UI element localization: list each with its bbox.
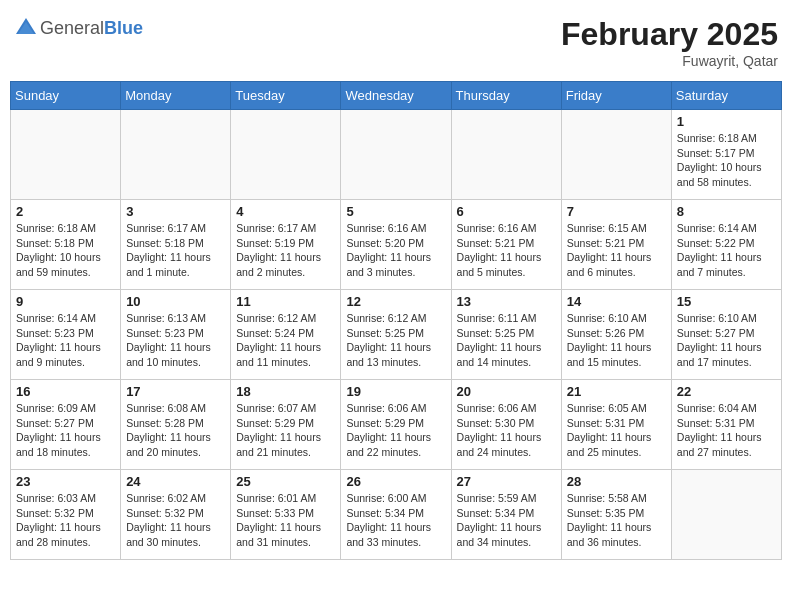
calendar-cell: 9Sunrise: 6:14 AM Sunset: 5:23 PM Daylig… xyxy=(11,290,121,380)
day-info: Sunrise: 6:14 AM Sunset: 5:22 PM Dayligh… xyxy=(677,221,776,280)
day-info: Sunrise: 5:58 AM Sunset: 5:35 PM Dayligh… xyxy=(567,491,666,550)
calendar-cell: 25Sunrise: 6:01 AM Sunset: 5:33 PM Dayli… xyxy=(231,470,341,560)
day-info: Sunrise: 6:06 AM Sunset: 5:30 PM Dayligh… xyxy=(457,401,556,460)
calendar-cell xyxy=(561,110,671,200)
calendar-table: SundayMondayTuesdayWednesdayThursdayFrid… xyxy=(10,81,782,560)
calendar-cell: 21Sunrise: 6:05 AM Sunset: 5:31 PM Dayli… xyxy=(561,380,671,470)
day-info: Sunrise: 6:17 AM Sunset: 5:18 PM Dayligh… xyxy=(126,221,225,280)
day-number: 19 xyxy=(346,384,445,399)
day-number: 14 xyxy=(567,294,666,309)
day-number: 5 xyxy=(346,204,445,219)
calendar-cell: 8Sunrise: 6:14 AM Sunset: 5:22 PM Daylig… xyxy=(671,200,781,290)
calendar-week-row: 2Sunrise: 6:18 AM Sunset: 5:18 PM Daylig… xyxy=(11,200,782,290)
calendar-week-row: 16Sunrise: 6:09 AM Sunset: 5:27 PM Dayli… xyxy=(11,380,782,470)
calendar-cell xyxy=(341,110,451,200)
day-info: Sunrise: 6:09 AM Sunset: 5:27 PM Dayligh… xyxy=(16,401,115,460)
calendar-cell: 19Sunrise: 6:06 AM Sunset: 5:29 PM Dayli… xyxy=(341,380,451,470)
calendar-cell: 7Sunrise: 6:15 AM Sunset: 5:21 PM Daylig… xyxy=(561,200,671,290)
month-title: February 2025 xyxy=(561,16,778,53)
weekday-header: Tuesday xyxy=(231,82,341,110)
calendar-cell: 26Sunrise: 6:00 AM Sunset: 5:34 PM Dayli… xyxy=(341,470,451,560)
day-info: Sunrise: 6:18 AM Sunset: 5:18 PM Dayligh… xyxy=(16,221,115,280)
calendar-cell: 28Sunrise: 5:58 AM Sunset: 5:35 PM Dayli… xyxy=(561,470,671,560)
logo-icon xyxy=(14,16,38,40)
day-number: 10 xyxy=(126,294,225,309)
day-number: 20 xyxy=(457,384,556,399)
day-number: 4 xyxy=(236,204,335,219)
calendar-cell xyxy=(231,110,341,200)
day-info: Sunrise: 6:14 AM Sunset: 5:23 PM Dayligh… xyxy=(16,311,115,370)
day-number: 25 xyxy=(236,474,335,489)
day-number: 11 xyxy=(236,294,335,309)
calendar-cell: 23Sunrise: 6:03 AM Sunset: 5:32 PM Dayli… xyxy=(11,470,121,560)
day-info: Sunrise: 6:10 AM Sunset: 5:26 PM Dayligh… xyxy=(567,311,666,370)
day-number: 7 xyxy=(567,204,666,219)
day-info: Sunrise: 6:10 AM Sunset: 5:27 PM Dayligh… xyxy=(677,311,776,370)
calendar-cell: 16Sunrise: 6:09 AM Sunset: 5:27 PM Dayli… xyxy=(11,380,121,470)
day-info: Sunrise: 6:01 AM Sunset: 5:33 PM Dayligh… xyxy=(236,491,335,550)
day-info: Sunrise: 6:16 AM Sunset: 5:21 PM Dayligh… xyxy=(457,221,556,280)
calendar-cell: 6Sunrise: 6:16 AM Sunset: 5:21 PM Daylig… xyxy=(451,200,561,290)
calendar-cell: 5Sunrise: 6:16 AM Sunset: 5:20 PM Daylig… xyxy=(341,200,451,290)
calendar-cell: 22Sunrise: 6:04 AM Sunset: 5:31 PM Dayli… xyxy=(671,380,781,470)
day-number: 16 xyxy=(16,384,115,399)
day-number: 9 xyxy=(16,294,115,309)
calendar-cell xyxy=(121,110,231,200)
day-number: 3 xyxy=(126,204,225,219)
day-number: 12 xyxy=(346,294,445,309)
weekday-header: Wednesday xyxy=(341,82,451,110)
day-number: 6 xyxy=(457,204,556,219)
day-info: Sunrise: 6:12 AM Sunset: 5:24 PM Dayligh… xyxy=(236,311,335,370)
day-info: Sunrise: 6:03 AM Sunset: 5:32 PM Dayligh… xyxy=(16,491,115,550)
calendar-cell xyxy=(11,110,121,200)
weekday-header: Monday xyxy=(121,82,231,110)
day-number: 8 xyxy=(677,204,776,219)
day-number: 26 xyxy=(346,474,445,489)
calendar-cell: 14Sunrise: 6:10 AM Sunset: 5:26 PM Dayli… xyxy=(561,290,671,380)
day-info: Sunrise: 6:05 AM Sunset: 5:31 PM Dayligh… xyxy=(567,401,666,460)
page-header: GeneralBlue February 2025 Fuwayrit, Qata… xyxy=(10,10,782,75)
day-number: 21 xyxy=(567,384,666,399)
location: Fuwayrit, Qatar xyxy=(561,53,778,69)
calendar-cell: 1Sunrise: 6:18 AM Sunset: 5:17 PM Daylig… xyxy=(671,110,781,200)
calendar-week-row: 1Sunrise: 6:18 AM Sunset: 5:17 PM Daylig… xyxy=(11,110,782,200)
calendar-cell: 12Sunrise: 6:12 AM Sunset: 5:25 PM Dayli… xyxy=(341,290,451,380)
day-number: 22 xyxy=(677,384,776,399)
day-number: 23 xyxy=(16,474,115,489)
calendar-cell: 13Sunrise: 6:11 AM Sunset: 5:25 PM Dayli… xyxy=(451,290,561,380)
logo: GeneralBlue xyxy=(14,16,143,40)
day-info: Sunrise: 6:00 AM Sunset: 5:34 PM Dayligh… xyxy=(346,491,445,550)
day-info: Sunrise: 6:08 AM Sunset: 5:28 PM Dayligh… xyxy=(126,401,225,460)
day-info: Sunrise: 6:07 AM Sunset: 5:29 PM Dayligh… xyxy=(236,401,335,460)
weekday-header: Sunday xyxy=(11,82,121,110)
calendar-header: SundayMondayTuesdayWednesdayThursdayFrid… xyxy=(11,82,782,110)
day-info: Sunrise: 6:04 AM Sunset: 5:31 PM Dayligh… xyxy=(677,401,776,460)
calendar-cell: 27Sunrise: 5:59 AM Sunset: 5:34 PM Dayli… xyxy=(451,470,561,560)
calendar-cell: 4Sunrise: 6:17 AM Sunset: 5:19 PM Daylig… xyxy=(231,200,341,290)
calendar-week-row: 9Sunrise: 6:14 AM Sunset: 5:23 PM Daylig… xyxy=(11,290,782,380)
calendar-cell: 10Sunrise: 6:13 AM Sunset: 5:23 PM Dayli… xyxy=(121,290,231,380)
day-number: 13 xyxy=(457,294,556,309)
calendar-cell: 2Sunrise: 6:18 AM Sunset: 5:18 PM Daylig… xyxy=(11,200,121,290)
day-info: Sunrise: 6:06 AM Sunset: 5:29 PM Dayligh… xyxy=(346,401,445,460)
day-info: Sunrise: 6:16 AM Sunset: 5:20 PM Dayligh… xyxy=(346,221,445,280)
calendar-cell xyxy=(671,470,781,560)
day-number: 24 xyxy=(126,474,225,489)
day-info: Sunrise: 6:12 AM Sunset: 5:25 PM Dayligh… xyxy=(346,311,445,370)
title-area: February 2025 Fuwayrit, Qatar xyxy=(561,16,778,69)
calendar-cell: 20Sunrise: 6:06 AM Sunset: 5:30 PM Dayli… xyxy=(451,380,561,470)
day-number: 27 xyxy=(457,474,556,489)
weekday-header: Saturday xyxy=(671,82,781,110)
calendar-body: 1Sunrise: 6:18 AM Sunset: 5:17 PM Daylig… xyxy=(11,110,782,560)
weekday-row: SundayMondayTuesdayWednesdayThursdayFrid… xyxy=(11,82,782,110)
logo-general: General xyxy=(40,18,104,39)
day-info: Sunrise: 6:15 AM Sunset: 5:21 PM Dayligh… xyxy=(567,221,666,280)
day-info: Sunrise: 6:13 AM Sunset: 5:23 PM Dayligh… xyxy=(126,311,225,370)
day-info: Sunrise: 6:11 AM Sunset: 5:25 PM Dayligh… xyxy=(457,311,556,370)
day-number: 28 xyxy=(567,474,666,489)
day-info: Sunrise: 6:17 AM Sunset: 5:19 PM Dayligh… xyxy=(236,221,335,280)
day-number: 18 xyxy=(236,384,335,399)
calendar-cell xyxy=(451,110,561,200)
day-info: Sunrise: 6:02 AM Sunset: 5:32 PM Dayligh… xyxy=(126,491,225,550)
day-number: 1 xyxy=(677,114,776,129)
